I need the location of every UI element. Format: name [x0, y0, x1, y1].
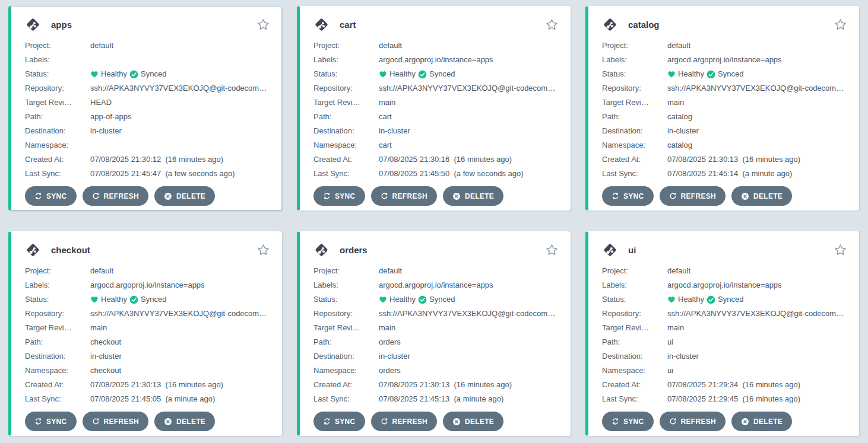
field-label: Repository: [25, 81, 90, 95]
delete-button[interactable]: DELETE [154, 186, 215, 206]
field-label: Last Sync: [313, 167, 379, 181]
field-row-status: Status: Healthy Synced [25, 67, 270, 81]
project-value: default [90, 264, 270, 278]
namespace-value: cart [379, 138, 558, 152]
application-tile[interactable]: checkout Project: default Labels: argocd… [8, 231, 282, 436]
refresh-button-label: REFRESH [104, 192, 139, 200]
project-value: default [667, 39, 847, 53]
field-label: Namespace: [25, 138, 90, 152]
field-label: Repository: [313, 81, 379, 95]
last-sync-value: 07/08/2025 21:29:45 (16 minutes ago) [667, 392, 847, 406]
favorite-star-button[interactable] [257, 244, 270, 256]
field-label: Namespace: [602, 138, 667, 152]
field-label: Last Sync: [602, 167, 667, 181]
path-value: checkout [90, 335, 270, 349]
favorite-star-button[interactable] [834, 244, 847, 256]
project-value: default [90, 39, 270, 53]
redo-arrow-icon [381, 417, 388, 425]
refresh-button[interactable]: REFRESH [660, 186, 726, 206]
sync-button[interactable]: SYNC [602, 412, 654, 431]
target-revision-value: main [667, 321, 847, 335]
health-status-label: Healthy [101, 292, 127, 307]
application-tile[interactable]: orders Project: default Labels: argocd.a… [297, 231, 571, 436]
delete-button[interactable]: DELETE [731, 186, 792, 206]
application-tile[interactable]: apps Project: default Labels: Status: He… [8, 6, 282, 211]
check-circle-icon [129, 295, 138, 304]
refresh-button[interactable]: REFRESH [371, 412, 437, 431]
git-icon [313, 17, 330, 33]
application-tile[interactable]: cart Project: default Labels: argocd.arg… [297, 6, 571, 211]
field-row-status: Status: Healthy Synced [602, 292, 847, 307]
field-row-repository: Repository: ssh://APKA3NYVY37VEX3EKOJQ@g… [602, 81, 847, 95]
favorite-star-button[interactable] [546, 18, 558, 31]
field-label: Destination: [25, 124, 90, 138]
delete-button[interactable]: DELETE [154, 412, 215, 431]
status-value: Healthy Synced [90, 292, 270, 307]
check-circle-icon [418, 70, 427, 79]
refresh-button-label: REFRESH [392, 417, 427, 426]
favorite-star-button[interactable] [834, 18, 847, 31]
delete-button[interactable]: DELETE [731, 412, 792, 431]
application-tile[interactable]: ui Project: default Labels: argocd.argop… [585, 231, 859, 436]
labels-value: argocd.argoproj.io/instance=apps [379, 278, 558, 292]
sync-button[interactable]: SYNC [313, 412, 365, 431]
field-label: Repository: [25, 307, 90, 321]
heart-icon [379, 70, 387, 78]
delete-button[interactable]: DELETE [443, 186, 503, 206]
delete-button-label: DELETE [176, 417, 205, 426]
refresh-button[interactable]: REFRESH [371, 186, 437, 206]
field-label: Repository: [602, 81, 667, 95]
status-value: Healthy Synced [667, 292, 847, 307]
git-icon [602, 17, 618, 33]
target-revision-value: main [90, 321, 270, 335]
field-row-project: Project: default [25, 39, 270, 53]
field-row-created-at: Created At: 07/08/2025 21:29:34 (16 minu… [602, 378, 847, 392]
field-row-last-sync: Last Sync: 07/08/2025 21:29:45 (16 minut… [602, 392, 847, 406]
tile-actions: SYNC REFRESH DELETE [25, 412, 270, 431]
field-row-destination: Destination: in-cluster [313, 349, 558, 364]
field-row-last-sync: Last Sync: 07/08/2025 21:45:14 (a minute… [602, 167, 847, 181]
sync-button[interactable]: SYNC [313, 186, 365, 206]
field-row-labels: Labels: argocd.argoproj.io/instance=apps [602, 278, 847, 292]
field-row-project: Project: default [602, 39, 847, 53]
created-at-value: 07/08/2025 21:30:13 (16 minutes ago) [667, 152, 847, 167]
heart-icon [90, 70, 99, 78]
sync-button-label: SYNC [623, 417, 644, 426]
redo-arrow-icon [669, 192, 677, 200]
field-label: Destination: [602, 349, 667, 364]
sync-status-label: Synced [141, 67, 166, 81]
field-label: Project: [602, 39, 667, 53]
field-label: Path: [602, 110, 667, 124]
tile-actions: SYNC REFRESH DELETE [313, 412, 558, 431]
sync-button-label: SYNC [623, 192, 644, 200]
sync-status-label: Synced [718, 67, 743, 81]
field-label: Target Revi… [25, 321, 90, 335]
delete-button[interactable]: DELETE [443, 412, 503, 431]
check-circle-icon [707, 70, 715, 79]
refresh-button[interactable]: REFRESH [83, 412, 148, 431]
project-value: default [379, 39, 558, 53]
field-row-namespace: Namespace: orders [313, 364, 558, 378]
field-row-destination: Destination: in-cluster [25, 124, 270, 138]
application-name: ui [628, 245, 636, 255]
sync-button[interactable]: SYNC [25, 186, 77, 206]
sync-status-label: Synced [429, 67, 455, 81]
field-label: Target Revi… [313, 95, 379, 110]
field-label: Target Revi… [602, 95, 667, 110]
field-label: Target Revi… [25, 95, 90, 110]
favorite-star-button[interactable] [257, 18, 270, 31]
health-status-label: Healthy [389, 67, 416, 81]
field-row-status: Status: Healthy Synced [25, 292, 270, 307]
sync-button[interactable]: SYNC [602, 186, 654, 206]
sync-status-label: Synced [718, 292, 743, 307]
sync-button-label: SYNC [335, 192, 356, 200]
last-sync-value: 07/08/2025 21:45:14 (a minute ago) [667, 167, 847, 181]
refresh-button[interactable]: REFRESH [660, 412, 726, 431]
field-row-path: Path: cart [313, 110, 558, 124]
favorite-star-button[interactable] [546, 244, 558, 256]
sync-button[interactable]: SYNC [25, 412, 77, 431]
refresh-button[interactable]: REFRESH [83, 186, 148, 206]
application-tile[interactable]: catalog Project: default Labels: argocd.… [585, 6, 859, 211]
sync-arrows-icon [612, 417, 619, 425]
field-row-repository: Repository: ssh://APKA3NYVY37VEX3EKOJQ@g… [25, 81, 270, 95]
